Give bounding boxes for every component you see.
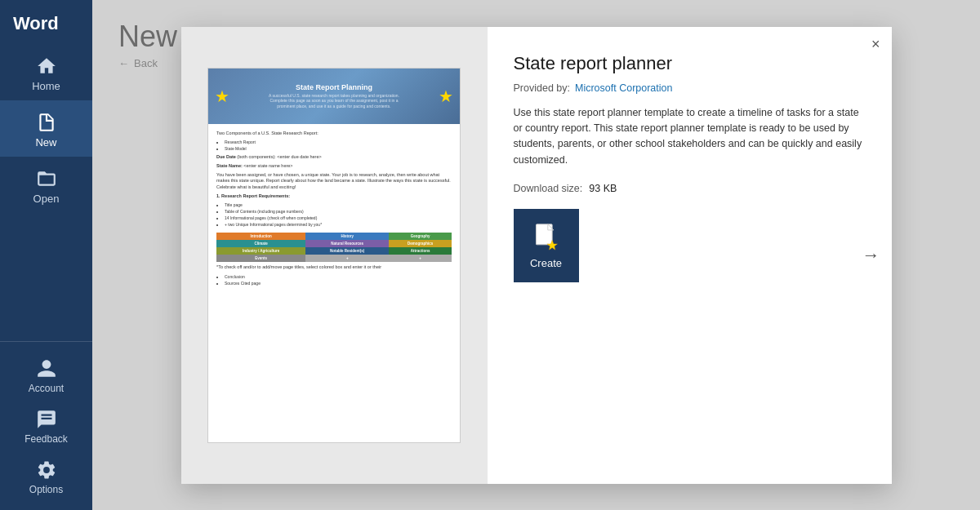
account-icon — [36, 358, 57, 379]
home-icon — [36, 55, 57, 77]
preview-body-text: You have been assigned, or have chosen, … — [216, 172, 452, 191]
main-area: New ← Back × ★ State Report Planning A s… — [92, 0, 980, 510]
provider-label: Provided by: — [514, 82, 570, 94]
table-cell-events-dot1: + — [305, 255, 389, 262]
options-icon — [36, 459, 57, 481]
sidebar-item-options-label: Options — [29, 484, 63, 495]
preview-req-3: 14 Informational pages (check off when c… — [225, 215, 452, 221]
download-size: 93 KB — [589, 183, 617, 194]
new-icon — [36, 112, 57, 133]
provider-row: Provided by: Microsoft Corporation — [514, 82, 862, 94]
table-cell-climate: Climate — [216, 240, 305, 247]
table-cell-history: History — [305, 233, 389, 240]
sidebar-item-new-label: New — [35, 136, 56, 149]
feedback-icon — [36, 409, 57, 430]
sidebar-item-feedback-label: Feedback — [24, 433, 68, 445]
app-title: Word — [0, 0, 92, 44]
table-cell-introduction: Introduction — [216, 233, 305, 240]
sidebar-item-account[interactable]: Account — [0, 350, 92, 401]
preview-sources: Sources Cited page — [225, 280, 452, 286]
preview-table-note: *To check off and/or to add/move page ti… — [216, 264, 452, 271]
preview-main-title: State Report Planning — [269, 83, 399, 91]
preview-req-1: Title page — [225, 202, 452, 208]
sidebar-item-options[interactable]: Options — [0, 451, 92, 502]
create-button[interactable]: Create — [514, 209, 579, 282]
create-doc-icon — [534, 223, 559, 251]
template-title: State report planner — [514, 53, 862, 74]
star-right-icon: ★ — [439, 86, 453, 106]
preview-end-list: Conclusion Sources Cited page — [216, 273, 452, 286]
sidebar-bottom: Account Feedback Options — [0, 341, 92, 510]
preview-req-heading: 1. Research Report Requirements: — [216, 193, 452, 200]
preview-topic-table: Introduction History Geography Climate N… — [216, 233, 452, 262]
sidebar-item-feedback[interactable]: Feedback — [0, 401, 92, 451]
sidebar: Word Home New Open Account Feedback Opti… — [0, 0, 92, 510]
svg-rect-0 — [536, 224, 552, 244]
preview-body: Two Components of a U.S. State Research … — [208, 124, 460, 296]
table-cell-natural-resources: Natural Resources — [305, 240, 389, 247]
preview-title-block: State Report Planning A successful U.S. … — [269, 83, 399, 109]
star-left-icon: ★ — [215, 86, 229, 106]
template-description: Use this state report planner template t… — [514, 105, 862, 169]
preview-section-heading: Two Components of a U.S. State Research … — [216, 131, 452, 137]
sidebar-item-account-label: Account — [29, 383, 64, 394]
dialog-preview-pane: ★ State Report Planning A successful U.S… — [181, 27, 488, 484]
sidebar-item-home[interactable]: Home — [0, 44, 92, 100]
sidebar-item-new[interactable]: New — [0, 100, 92, 157]
preview-state-name: State Name: <enter state name here> — [216, 163, 452, 170]
preview-req-list: Title page Table of Contents (including … — [216, 202, 452, 228]
dialog-close-button[interactable]: × — [871, 37, 880, 51]
table-cell-attractions: Attractions — [389, 247, 452, 255]
dialog-info-pane: State report planner Provided by: Micros… — [488, 27, 892, 484]
table-cell-geography: Geography — [389, 233, 452, 240]
sidebar-item-home-label: Home — [32, 80, 60, 92]
preview-req-4: + two Unique Informational pages determi… — [225, 221, 452, 228]
preview-bullet-2: State Model — [225, 145, 452, 152]
table-cell-events-dot2: + — [389, 255, 452, 262]
dialog-overlay: × ★ State Report Planning A successful U… — [92, 0, 980, 510]
provider-name[interactable]: Microsoft Corporation — [575, 82, 673, 94]
preview-bullet-1: Research Report — [225, 139, 452, 145]
template-dialog: × ★ State Report Planning A successful U… — [181, 27, 892, 484]
download-label: Download size: — [514, 183, 583, 194]
preview-component-list: Research Report State Model — [216, 139, 452, 152]
preview-due-date: Due Date (both components): <enter due d… — [216, 154, 452, 161]
table-cell-industry: Industry / Agriculture — [216, 247, 305, 255]
template-preview-card: ★ State Report Planning A successful U.S… — [207, 68, 461, 443]
table-cell-demographics: Demographics — [389, 240, 452, 247]
table-cell-events: Events — [216, 255, 305, 262]
download-row: Download size: 93 KB — [514, 183, 862, 194]
open-icon — [36, 168, 57, 189]
table-cell-notable: Notable Resident(s) — [305, 247, 389, 255]
preview-header: ★ State Report Planning A successful U.S… — [208, 69, 460, 124]
sidebar-item-open[interactable]: Open — [0, 157, 92, 213]
preview-req-2: Table of Contents (including page number… — [225, 208, 452, 215]
preview-conclusion: Conclusion — [225, 273, 452, 280]
create-btn-label: Create — [530, 257, 562, 269]
sidebar-item-open-label: Open — [33, 193, 60, 205]
sidebar-nav: Home New Open — [0, 44, 92, 341]
next-arrow-button[interactable]: → — [862, 245, 880, 266]
preview-main-sub: A successful U.S. state research report … — [269, 93, 399, 109]
